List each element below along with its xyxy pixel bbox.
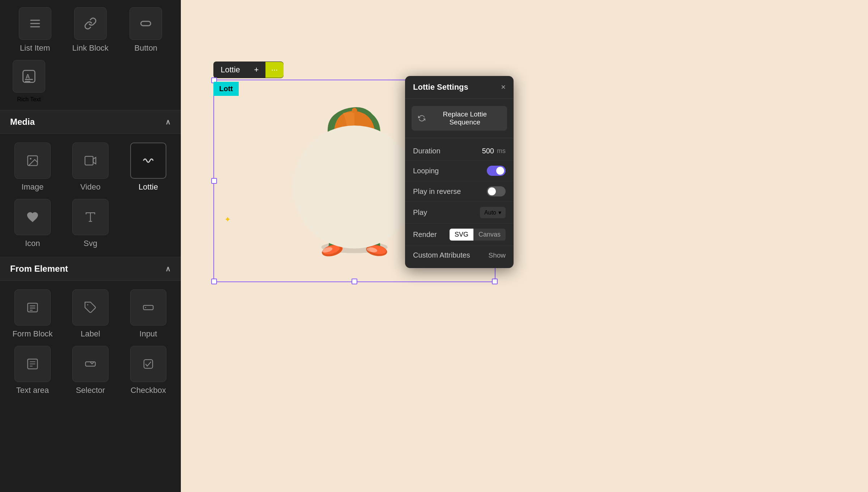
play-dropdown-chevron-icon: ▾ (498, 209, 501, 216)
text-area-label: Text area (16, 386, 49, 395)
element-toolbar: Lottie + ··· (213, 62, 284, 78)
image-icon-box (14, 143, 51, 179)
sidebar-item-input[interactable]: Input (123, 289, 174, 339)
sidebar-item-label[interactable]: Label (65, 289, 116, 339)
replace-lottie-button[interactable]: Replace Lottie Sequence (412, 106, 507, 131)
render-row: Render SVG Canvas (405, 224, 514, 246)
video-icon-box (72, 143, 109, 179)
sidebar: List Item Link Block Button A (0, 0, 181, 492)
sidebar-item-image[interactable]: Image (7, 143, 58, 192)
play-label: Play (413, 208, 427, 217)
link-block-label: Link Block (72, 43, 109, 53)
render-label: Render (413, 230, 437, 239)
character-bg-circle (293, 126, 416, 249)
sidebar-item-list-item[interactable]: List Item (13, 7, 57, 53)
replace-icon (418, 114, 425, 122)
looping-row: Looping (405, 161, 514, 181)
toolbar-add-button[interactable]: + (247, 62, 265, 78)
from-element-section-title: From Element (10, 264, 68, 274)
sidebar-top-row: List Item Link Block Button (0, 0, 181, 56)
render-button-group: SVG Canvas (450, 229, 506, 241)
custom-attributes-row: Custom Attributes Show (405, 246, 514, 264)
lottie-label: Lottie (139, 182, 158, 192)
button-label: Button (135, 43, 158, 53)
media-chevron-icon: ∧ (165, 118, 171, 126)
svg-label: Svg (84, 239, 97, 248)
play-reverse-toggle-thumb (488, 187, 496, 195)
custom-attributes-label: Custom Attributes (413, 251, 470, 259)
sidebar-item-form-block[interactable]: Form Block (7, 289, 58, 339)
form-block-label: Form Block (12, 329, 52, 339)
looping-toggle-track (487, 166, 506, 176)
checkbox-icon-box (130, 346, 166, 382)
svg-text:A: A (26, 73, 30, 80)
duration-value-group: 500 ms (482, 147, 506, 155)
sparkle-4: ✦ (224, 215, 231, 224)
checkbox-label: Checkbox (131, 386, 166, 395)
sidebar-item-lottie[interactable]: Lottie (123, 143, 174, 192)
settings-body: Duration 500 ms Looping Play in reverse (405, 138, 514, 268)
list-item-label: List Item (20, 43, 50, 53)
play-row: Play Auto ▾ (405, 202, 514, 224)
duration-value[interactable]: 500 (482, 147, 494, 155)
canvas: Lottie + ··· Lott ✦ ✦ ✦ ✦ (181, 0, 868, 492)
sidebar-item-button[interactable]: Button (124, 7, 167, 53)
link-block-icon-box (74, 7, 107, 40)
svg-rect-10 (85, 156, 93, 165)
svg-point-38 (352, 108, 357, 113)
custom-attributes-show-button[interactable]: Show (488, 251, 506, 259)
media-section-title: Media (10, 117, 35, 127)
input-label: Input (140, 329, 157, 339)
sidebar-item-link-block[interactable]: Link Block (69, 7, 112, 53)
rich-text-label: Rich Text (17, 96, 41, 103)
svg-rect-7 (25, 81, 30, 82)
toolbar-more-button[interactable]: ··· (265, 62, 284, 78)
sidebar-item-video[interactable]: Video (65, 143, 116, 192)
media-section-header[interactable]: Media ∧ (0, 110, 181, 134)
settings-close-button[interactable]: × (501, 83, 506, 91)
label-icon-box (72, 289, 109, 326)
play-reverse-toggle-track (487, 186, 506, 196)
icon-label: Icon (25, 239, 40, 248)
svg-rect-1 (30, 23, 40, 24)
sidebar-item-selector[interactable]: Selector (65, 346, 116, 395)
sidebar-item-icon[interactable]: Icon (7, 199, 58, 248)
settings-panel-header: Lottie Settings × (405, 76, 514, 99)
replace-button-wrapper: Replace Lottie Sequence (405, 99, 514, 138)
duration-unit: ms (497, 147, 506, 155)
toolbar-element-label: Lottie (213, 62, 247, 78)
from-element-section-header[interactable]: From Element ∧ (0, 257, 181, 281)
sidebar-item-svg[interactable]: Svg (65, 199, 116, 248)
label-label: Label (81, 329, 100, 339)
icon-icon-box (14, 199, 51, 235)
play-in-reverse-row: Play in reverse (405, 181, 514, 202)
cyan-lott-tab[interactable]: Lott (213, 82, 239, 96)
play-in-reverse-toggle[interactable] (487, 186, 506, 196)
sidebar-item-checkbox[interactable]: Checkbox (123, 346, 174, 395)
text-area-icon-box (14, 346, 51, 382)
render-svg-button[interactable]: SVG (450, 229, 473, 241)
duration-row: Duration 500 ms (405, 142, 514, 161)
play-value: Auto (484, 209, 496, 216)
svg-rect-3 (141, 21, 151, 26)
play-dropdown[interactable]: Auto ▾ (480, 207, 506, 218)
svg-rect-25 (144, 360, 153, 368)
render-canvas-button[interactable]: Canvas (473, 229, 506, 241)
list-item-icon-box (19, 7, 51, 40)
sidebar-item-text-area[interactable]: Text area (7, 346, 58, 395)
selector-icon-box (72, 346, 109, 382)
video-label: Video (80, 182, 101, 192)
looping-toggle-thumb (496, 167, 504, 175)
looping-toggle[interactable] (487, 166, 506, 176)
svg-rect-6 (25, 79, 33, 80)
svg-rect-18 (144, 305, 153, 310)
from-element-grid: Form Block Label Input Text area Selecto… (0, 281, 181, 404)
looping-label: Looping (413, 167, 439, 175)
selector-label: Selector (76, 386, 105, 395)
rich-text-icon-box: A (13, 60, 45, 93)
sidebar-item-rich-text[interactable]: A Rich Text (7, 60, 51, 103)
rich-text-row: A Rich Text (0, 56, 181, 110)
image-label: Image (21, 182, 43, 192)
media-grid: Image Video Lottie Icon (0, 134, 181, 257)
lottie-icon-box (130, 143, 166, 179)
